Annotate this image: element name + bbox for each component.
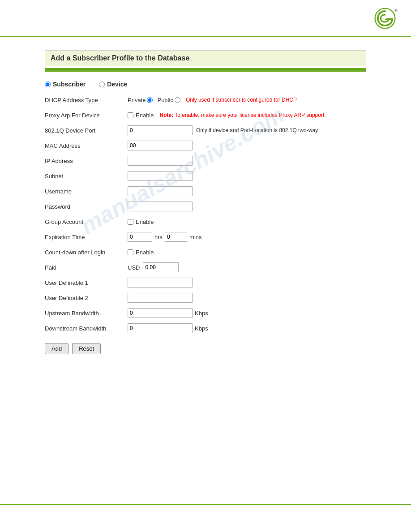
user-def1-input[interactable] xyxy=(128,278,193,287)
subscriber-radio[interactable] xyxy=(45,82,51,87)
dot1q-input[interactable] xyxy=(128,125,193,135)
group-account-checkbox[interactable] xyxy=(128,219,133,225)
subnet-label: Subnet xyxy=(45,173,128,180)
countdown-label: Count-down after Login xyxy=(45,249,128,256)
paid-row: Paid USD xyxy=(45,262,366,273)
mac-input[interactable] xyxy=(128,141,193,150)
expiration-label: Expiration Time xyxy=(45,234,128,240)
subscriber-label: Subscriber xyxy=(53,81,86,88)
username-input[interactable] xyxy=(128,186,193,196)
proxy-arp-note-text: To enable, make sure your license includ… xyxy=(173,112,324,118)
footer-divider xyxy=(0,504,411,505)
dot1q-note: Only if device and Port-Location is 802.… xyxy=(196,127,318,133)
upstream-label: Upstream Bandwidth xyxy=(45,310,128,317)
dhcp-note: Only used if subscriber is configured fo… xyxy=(186,97,297,103)
ip-label: IP Address xyxy=(45,158,128,164)
proxy-arp-checkbox[interactable] xyxy=(128,112,133,118)
logo: ® xyxy=(374,8,398,31)
proxy-arp-note: Note: To enable, make sure your license … xyxy=(159,112,324,118)
registered-mark: ® xyxy=(394,9,398,13)
downstream-row: Downstream Bandwidth Kbps xyxy=(45,322,366,334)
page-title: Add a Subscriber Profile to the Database xyxy=(51,54,360,62)
downstream-label: Downstream Bandwidth xyxy=(45,325,128,332)
group-account-row: Group Account Enable xyxy=(45,216,366,227)
device-option[interactable]: Device xyxy=(99,81,127,88)
device-radio[interactable] xyxy=(99,82,105,87)
proxy-arp-label: Proxy Arp For Device xyxy=(45,112,128,119)
paid-input[interactable] xyxy=(143,262,179,272)
paid-label: Paid xyxy=(45,264,128,271)
downstream-input[interactable] xyxy=(128,323,193,333)
proxy-arp-enable-label: Enable xyxy=(136,112,154,119)
dhcp-private-option[interactable]: Private xyxy=(128,97,153,103)
username-label: Username xyxy=(45,188,128,195)
user-def2-input[interactable] xyxy=(128,293,193,303)
user-def2-row: User Definable 2 xyxy=(45,292,366,304)
dhcp-public-option[interactable]: Public xyxy=(157,97,180,103)
main-content: Add a Subscriber Profile to the Database… xyxy=(0,37,411,368)
countdown-enable-label: Enable xyxy=(136,249,154,256)
mac-label: MAC Address xyxy=(45,142,128,149)
device-label: Device xyxy=(107,81,127,88)
type-selection-row: Subscriber Device xyxy=(45,81,366,88)
paid-inputs: USD xyxy=(128,262,179,272)
upstream-unit: Kbps xyxy=(195,310,208,317)
group-account-enable-label: Enable xyxy=(136,219,154,225)
subnet-input[interactable] xyxy=(128,171,193,181)
reset-button[interactable]: Reset xyxy=(72,343,101,354)
hrs-unit: hrs xyxy=(154,234,163,240)
ip-input[interactable] xyxy=(128,156,193,166)
expiration-inputs: hrs mins xyxy=(128,232,202,242)
countdown-row: Count-down after Login Enable xyxy=(45,246,366,258)
downstream-unit: Kbps xyxy=(195,325,208,332)
user-def2-label: User Definable 2 xyxy=(45,295,128,301)
ip-row: IP Address xyxy=(45,155,366,167)
dhcp-public-radio[interactable] xyxy=(175,97,180,103)
upstream-inputs: Kbps xyxy=(128,308,208,318)
expiration-hrs-input[interactable] xyxy=(128,232,152,242)
password-input[interactable] xyxy=(128,202,193,211)
mac-row: MAC Address xyxy=(45,140,366,151)
group-account-label: Group Account xyxy=(45,219,128,225)
user-def1-row: User Definable 1 xyxy=(45,277,366,288)
add-button[interactable]: Add xyxy=(45,343,68,354)
dot1q-row: 802.1Q Device Port Only if device and Po… xyxy=(45,124,366,136)
dot1q-label: 802.1Q Device Port xyxy=(45,127,128,134)
countdown-checkbox[interactable] xyxy=(128,249,133,255)
paid-currency: USD xyxy=(128,264,140,271)
upstream-row: Upstream Bandwidth Kbps xyxy=(45,307,366,319)
dhcp-options: Private Public Only used if subscriber i… xyxy=(128,97,297,103)
proxy-arp-enable-row: Enable Note: To enable, make sure your l… xyxy=(128,112,324,119)
subscriber-option[interactable]: Subscriber xyxy=(45,81,86,88)
proxy-arp-note-bold: Note: xyxy=(159,112,173,118)
dhcp-private-label: Private xyxy=(128,97,146,103)
mins-unit: mins xyxy=(189,234,201,240)
expiration-mins-input[interactable] xyxy=(165,232,187,242)
header: ® xyxy=(0,0,411,36)
group-account-enable-row: Enable xyxy=(128,219,154,225)
subnet-row: Subnet xyxy=(45,170,366,182)
user-def1-label: User Definable 1 xyxy=(45,279,128,286)
page-title-banner: Add a Subscriber Profile to the Database xyxy=(45,50,366,66)
logo-svg xyxy=(374,8,396,29)
button-row: Add Reset xyxy=(45,343,366,354)
password-label: Password xyxy=(45,203,128,210)
dhcp-public-label: Public xyxy=(157,97,173,103)
password-row: Password xyxy=(45,201,366,212)
green-bar xyxy=(45,68,366,72)
expiration-row: Expiration Time hrs mins xyxy=(45,231,366,243)
proxy-arp-row: Proxy Arp For Device Enable Note: To ena… xyxy=(45,109,366,121)
downstream-inputs: Kbps xyxy=(128,323,208,333)
dhcp-label: DHCP Address Type xyxy=(45,97,128,103)
dhcp-private-radio[interactable] xyxy=(147,97,153,103)
countdown-enable-row: Enable xyxy=(128,249,154,256)
dhcp-row: DHCP Address Type Private Public Only us… xyxy=(45,94,366,106)
username-row: Username xyxy=(45,185,366,197)
upstream-input[interactable] xyxy=(128,308,193,318)
